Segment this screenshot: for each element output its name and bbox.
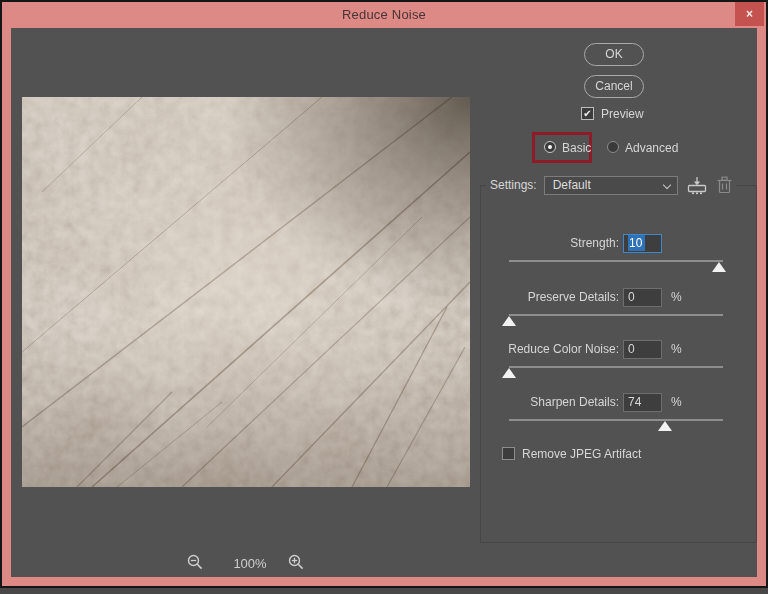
- sharpen-details-row: Sharpen Details: 74 %: [469, 393, 725, 439]
- preserve-details-row: Preserve Details: 0 %: [469, 288, 725, 334]
- strength-row: Strength: 10: [469, 234, 725, 280]
- save-preset-icon[interactable]: [687, 176, 708, 195]
- ok-button[interactable]: OK: [584, 43, 644, 66]
- image-preview[interactable]: [22, 97, 470, 487]
- dialog-content: 100% OK Cancel ✔ Preview Basic Advanced …: [11, 28, 757, 577]
- zoom-out-icon[interactable]: [187, 554, 204, 571]
- reduce-color-noise-row: Reduce Color Noise: 0 %: [469, 340, 725, 386]
- settings-preset-value: Default: [553, 178, 591, 192]
- zoom-level: 100%: [217, 556, 283, 571]
- preview-checkbox[interactable]: ✔: [581, 107, 594, 120]
- close-icon[interactable]: ×: [735, 2, 764, 26]
- sharpen-details-label: Sharpen Details:: [469, 395, 619, 409]
- sharpen-details-slider-track[interactable]: [509, 419, 723, 421]
- preserve-details-slider-thumb[interactable]: [502, 316, 516, 326]
- reduce-color-noise-unit: %: [671, 342, 682, 356]
- strength-slider-thumb[interactable]: [712, 262, 726, 272]
- preserve-details-label: Preserve Details:: [469, 290, 619, 304]
- reduce-color-noise-slider-thumb[interactable]: [502, 368, 516, 378]
- sharpen-details-field[interactable]: 74: [623, 393, 662, 412]
- delete-preset-trash-icon[interactable]: [717, 176, 732, 194]
- settings-preset-dropdown[interactable]: Default: [544, 176, 678, 195]
- settings-label: Settings:: [490, 178, 537, 192]
- preview-label: Preview: [601, 107, 644, 121]
- advanced-radio[interactable]: [607, 141, 619, 153]
- reduce-color-noise-label: Reduce Color Noise:: [469, 342, 619, 356]
- basic-radio[interactable]: [544, 141, 556, 153]
- settings-row: Settings: Default: [486, 174, 736, 196]
- reduce-color-noise-field[interactable]: 0: [623, 340, 662, 359]
- sharpen-details-slider-thumb[interactable]: [658, 421, 672, 431]
- titlebar[interactable]: Reduce Noise ×: [2, 2, 766, 28]
- strength-label: Strength:: [469, 236, 619, 250]
- strength-slider-track[interactable]: [509, 260, 723, 262]
- sharpen-details-unit: %: [671, 395, 682, 409]
- noise-texture-image: [22, 97, 470, 487]
- preserve-details-unit: %: [671, 290, 682, 304]
- remove-jpeg-artifact-label: Remove JPEG Artifact: [522, 447, 641, 461]
- dialog-title: Reduce Noise: [2, 7, 766, 22]
- zoom-in-icon[interactable]: [288, 554, 305, 571]
- cancel-button[interactable]: Cancel: [584, 75, 644, 98]
- reduce-color-noise-slider-track[interactable]: [509, 366, 723, 368]
- remove-jpeg-artifact-checkbox[interactable]: [502, 447, 515, 460]
- chevron-down-icon: [662, 180, 670, 188]
- radio-dot: [548, 145, 552, 149]
- advanced-radio-label: Advanced: [625, 141, 678, 155]
- zoom-controls: 100%: [181, 552, 321, 576]
- preserve-details-field[interactable]: 0: [623, 288, 662, 307]
- strength-field[interactable]: 10: [623, 234, 662, 253]
- preserve-details-slider-track[interactable]: [509, 314, 723, 316]
- basic-radio-label: Basic: [562, 141, 591, 155]
- reduce-noise-dialog: Reduce Noise ×: [0, 0, 768, 588]
